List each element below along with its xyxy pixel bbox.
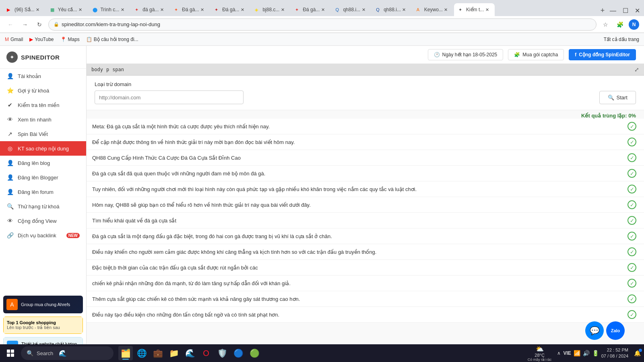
table-row: Meta: Đá gà cựa sắt là một hình thức cá …	[87, 119, 644, 134]
sidebar-item-account[interactable]: 👤Tài khoản	[0, 69, 86, 83]
bookmark-youtube[interactable]: ▶ YouTube	[29, 37, 54, 42]
weather-widget[interactable]: ⛅ 28°C Có mây rải rác	[528, 345, 552, 362]
table-cell-status: ✓	[620, 276, 644, 291]
browser-tab-11[interactable]: AKeywo...✕	[412, 3, 454, 16]
browser-tab-10[interactable]: Qqh88.i...✕	[372, 3, 412, 16]
nav-icon-keyword: ⭐	[6, 87, 14, 94]
taskbar-chrome-icon[interactable]: 🌐	[134, 346, 149, 360]
notification-icon[interactable]: 🔔	[634, 350, 641, 356]
bookmark-star-icon[interactable]: ☆	[600, 19, 611, 30]
table-cell-status: ✓	[620, 197, 644, 213]
browser-tab-5[interactable]: ✦Đá gà...✕	[170, 3, 210, 16]
expiry-button[interactable]: 🕐 Ngày hết hạn 18-05-2025	[428, 49, 504, 60]
sidebar-item-post-blogger[interactable]: 👤Đăng lên Blogger	[0, 170, 86, 185]
browser-tab-12[interactable]: ✦Kiểm t...✕	[454, 3, 495, 16]
sidebar-item-post-blog[interactable]: 👤Đăng lên blog	[0, 156, 86, 170]
start-menu-button[interactable]	[3, 346, 18, 360]
taskbar-chrome3-icon[interactable]: 🟢	[247, 346, 262, 360]
captcha-button[interactable]: 🧩 Mua gói captcha	[508, 49, 564, 60]
messenger-float-button[interactable]: 💬	[585, 321, 604, 340]
taskbar-edge-icon[interactable]: 🌊	[183, 346, 197, 360]
check-icon: ✓	[627, 279, 636, 288]
span-tag[interactable]: span	[112, 67, 124, 72]
bookmark-docs-label: Bộ câu hỏi trong đi...	[94, 37, 138, 42]
table-row: Để cập nhật được thông tin về hình thức …	[87, 134, 644, 150]
sidebar-item-keyword[interactable]: ⭐Gợi ý từ khoá	[0, 83, 86, 98]
nav-icon-account: 👤	[6, 72, 14, 80]
clock[interactable]: 22 : 52 PM 07 / 08 / 2024	[601, 347, 632, 360]
volume-icon[interactable]: 🔊	[583, 350, 590, 356]
url-text: spineditor.com/kiem-tra-trung-lap-noi-du…	[62, 21, 160, 27]
browser-tab-3[interactable]: ⬤Trình c...✕	[88, 3, 130, 16]
browser-tab-4[interactable]: ✦đá gà...✕	[130, 3, 169, 16]
taskbar-chrome2-icon[interactable]: 🔵	[231, 346, 246, 360]
taskbar-teams-icon[interactable]: 💼	[151, 346, 165, 360]
table-row: Đá gà cựa sắt là một dạng đấu gà đặc biệ…	[87, 228, 644, 244]
new-tab-button[interactable]: +	[597, 5, 608, 16]
browser-tab-2[interactable]: ▦Yêu cầ...✕	[46, 3, 88, 16]
start-button[interactable]: 🔍 Start	[599, 91, 636, 104]
main-content: 🕐 Ngày hết hạn 18-05-2025 🧩 Mua gói capt…	[87, 46, 644, 362]
sidebar-item-post-forum[interactable]: 👤Đăng lên forum	[0, 185, 86, 199]
taskbar-opera-icon[interactable]: O	[199, 346, 213, 360]
taskbar-search-box[interactable]: 🔍 Search 🌊	[21, 346, 114, 360]
browser-tab-9[interactable]: Qqh88.i...✕	[331, 3, 371, 16]
nav-label-account: Tài khoản	[18, 73, 80, 79]
tray-arrow-icon[interactable]: ∧	[557, 350, 561, 356]
bookmark-gmail[interactable]: M Gmail	[5, 37, 23, 42]
nav-label-post-blog: Đăng lên blog	[18, 160, 80, 166]
facebook-button[interactable]: f Cộng đồng SpinEditor	[569, 49, 636, 60]
table-cell-status: ✓	[620, 260, 644, 276]
browser-tab-1[interactable]: ▶(96) Sắ...✕	[2, 3, 45, 16]
browser-tab-8[interactable]: ✦Đá gà...✕	[291, 3, 330, 16]
check-icon: ✓	[627, 216, 636, 225]
browser-tab-6[interactable]: ✦Đá gà...✕	[210, 3, 250, 16]
restore-button[interactable]: ☐	[621, 5, 630, 16]
ad-ahrefs[interactable]: AGroup mua chung Ahrefs	[3, 296, 83, 313]
domain-input[interactable]	[95, 90, 244, 104]
url-bar[interactable]: 🔒 spineditor.com/kiem-tra-trung-lap-noi-…	[48, 19, 597, 31]
sidebar-item-domain-check[interactable]: ✔Kiểm tra tên miền	[0, 98, 86, 112]
all-bookmarks[interactable]: Tất cả dấu trang	[604, 37, 639, 42]
table-row: chiến kê phải nhận những đòn đá mạnh, từ…	[87, 276, 644, 291]
browser-tab-7[interactable]: ◈bj88.c...✕	[250, 3, 290, 16]
check-icon: ✓	[627, 185, 636, 193]
minimize-button[interactable]: —	[608, 6, 618, 16]
bookmark-docs[interactable]: 📋 Bộ câu hỏi trong đi...	[86, 37, 138, 42]
p-tag[interactable]: p	[106, 67, 109, 72]
bookmark-maps[interactable]: 📍 Maps	[60, 37, 80, 42]
wifi-icon: 📶	[574, 350, 580, 356]
sidebar-item-spin[interactable]: ↗Spin Bài Viết	[0, 127, 86, 141]
nav-label-keyword: Gợi ý từ khoá	[18, 88, 80, 94]
nav-label-copy-check: KT sao chép nội dung	[18, 146, 80, 152]
zalo-float-button[interactable]: Zalo	[606, 321, 625, 340]
taskbar-explorer-icon[interactable]: 🗂️	[118, 346, 133, 360]
logo-text: SPINEDITOR	[21, 54, 60, 61]
check-icon: ✓	[627, 247, 636, 256]
ad-shopping[interactable]: Top 1 Google shoppingLên top trước - trả…	[3, 317, 83, 334]
extension-icon[interactable]: 🧩	[614, 19, 625, 30]
captcha-label: Mua gói captcha	[522, 52, 558, 58]
expiry-label: Ngày hết hạn 18-05-2025	[442, 52, 497, 58]
taskbar-files-icon[interactable]: 📁	[167, 346, 181, 360]
table-row: QH88 Cung Cấp Hình Thức Cá Cược Đá Gà Cự…	[87, 150, 644, 166]
captcha-icon: 🧩	[514, 52, 520, 58]
sidebar-item-community[interactable]: 👁Cộng đồng View	[0, 214, 86, 228]
sidebar-item-news[interactable]: 👁Xem tin nhanh	[0, 112, 86, 127]
close-button[interactable]: ✕	[633, 5, 642, 16]
taskbar-security-icon[interactable]: 🛡️	[215, 346, 229, 360]
sidebar-item-copy-check[interactable]: ◎KT sao chép nội dung	[0, 141, 86, 156]
reload-button[interactable]: ↻	[34, 19, 45, 30]
editor-resize-handle[interactable]: ⤢	[634, 66, 639, 73]
taskbar-tray: ⛅ 28°C Có mây rải rác ∧ VIE 📶 🔊 🔋 22 : 5…	[528, 345, 641, 362]
sidebar-item-rank[interactable]: 🔍Thứ hạng từ khoá	[0, 199, 86, 214]
sidebar: ✦ SPINEDITOR 👤Tài khoản⭐Gợi ý từ khoá✔Ki…	[0, 46, 87, 362]
clock-time: 22 : 52 PM	[601, 347, 628, 353]
profile-button[interactable]: N	[629, 19, 639, 30]
nav-icon-news: 👁	[6, 116, 14, 123]
table-cell-status: ✓	[620, 166, 644, 181]
forward-button[interactable]: →	[19, 19, 31, 30]
back-button[interactable]: ←	[5, 19, 16, 30]
body-tag[interactable]: body	[91, 67, 103, 72]
sidebar-item-backlink[interactable]: 🔗Dịch vụ backlinkNEW	[0, 228, 86, 243]
